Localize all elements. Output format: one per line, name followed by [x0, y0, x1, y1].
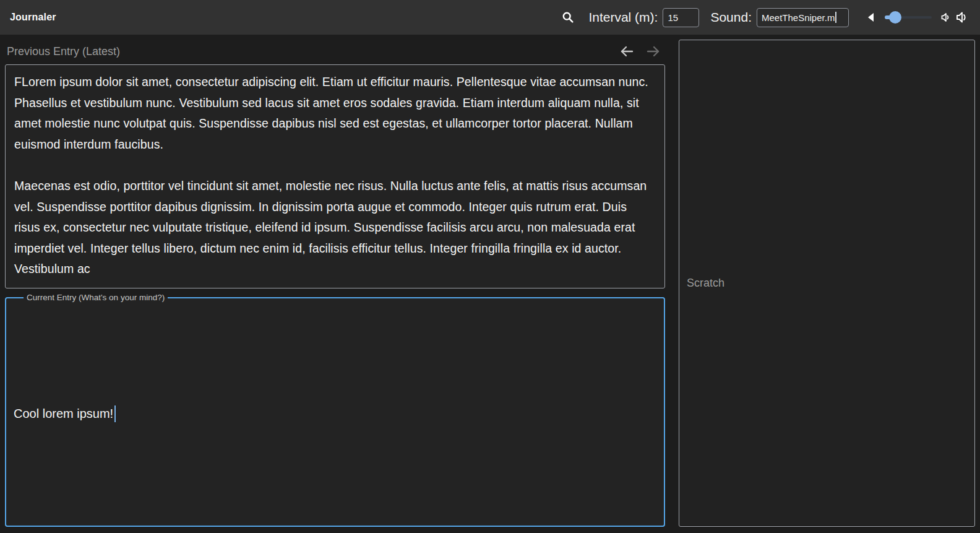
text-caret	[114, 405, 116, 422]
previous-entry-text[interactable]: FLorem ipsum dolor sit amet, consectetur…	[5, 64, 665, 288]
interval-value: 15	[668, 12, 678, 23]
previous-entry-button[interactable]	[619, 45, 635, 58]
next-entry-button[interactable]	[645, 45, 661, 58]
text-caret	[835, 12, 836, 23]
entry-navigation	[619, 45, 661, 58]
interval-input[interactable]: 15	[663, 8, 699, 27]
scratch-pad[interactable]: Scratch	[679, 40, 975, 527]
arrow-left-icon	[619, 45, 634, 58]
sound-label: Sound:	[710, 10, 752, 25]
current-entry-value: Cool lorem ipsum!	[14, 407, 113, 421]
volume-slider[interactable]	[885, 11, 932, 24]
app-title: Journaler	[10, 12, 56, 23]
previous-entry-paragraph: Maecenas est odio, porttitor vel tincidu…	[14, 176, 656, 280]
current-entry-field[interactable]: Current Entry (What's on your mind?) Coo…	[5, 293, 665, 527]
volume-slider-thumb[interactable]	[889, 11, 901, 24]
arrow-right-icon	[646, 45, 661, 58]
search-button[interactable]	[559, 8, 577, 27]
scratch-placeholder: Scratch	[687, 277, 724, 290]
volume-max-icon[interactable]	[954, 9, 970, 25]
volume-min-icon[interactable]	[862, 9, 879, 25]
previous-entry-header: Previous Entry (Latest)	[5, 38, 665, 64]
main-content: Previous Entry (Latest)	[0, 35, 980, 533]
previous-entry-caption: Previous Entry (Latest)	[7, 45, 120, 58]
interval-label: Interval (m):	[588, 10, 658, 25]
current-entry-label: Current Entry (What's on your mind?)	[24, 293, 168, 302]
sound-input[interactable]: MeetTheSniper.m	[757, 8, 849, 27]
search-icon	[562, 11, 574, 24]
journal-column: Previous Entry (Latest)	[5, 38, 665, 527]
volume-mid-icon[interactable]	[938, 9, 954, 25]
sound-value: MeetTheSniper.m	[762, 12, 835, 23]
current-entry-text[interactable]: Cool lorem ipsum!	[14, 405, 116, 422]
top-bar: Journaler Interval (m): 15 Sound: MeetTh…	[0, 0, 980, 35]
volume-controls	[862, 9, 970, 25]
previous-entry-paragraph: FLorem ipsum dolor sit amet, consectetur…	[14, 72, 656, 155]
toolbar: Interval (m): 15 Sound: MeetTheSniper.m	[559, 8, 970, 27]
